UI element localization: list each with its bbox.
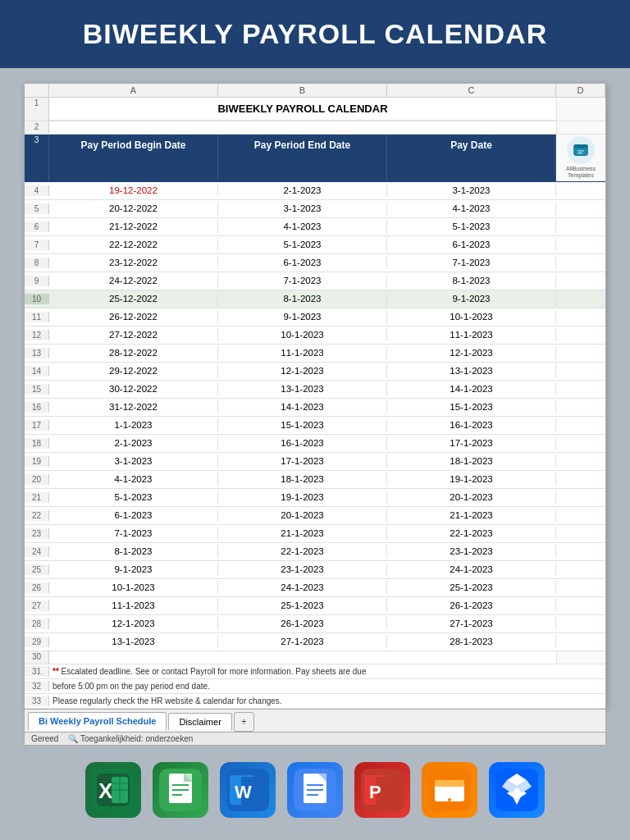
end-date-cell: 19-1-2023: [218, 491, 387, 504]
col-header-b: B: [218, 84, 387, 97]
slides-icon[interactable]: [422, 762, 477, 818]
end-date-cell: 23-1-2023: [218, 563, 387, 576]
end-date-cell: 13-1-2023: [218, 382, 387, 395]
pay-date-cell: 28-1-2023: [387, 635, 556, 648]
end-date-cell: 22-1-2023: [218, 545, 387, 558]
row-num: 10: [25, 294, 49, 304]
row-num: 18: [25, 438, 49, 449]
table-row: 29 13-1-2023 27-1-2023 28-1-2023: [25, 633, 605, 651]
pay-date-cell: 4-1-2023: [387, 202, 556, 215]
row-num: 8: [25, 258, 49, 268]
begin-date-cell: 6-1-2023: [49, 509, 218, 522]
docs-icon[interactable]: [287, 762, 343, 818]
begin-date-cell: 26-12-2022: [49, 310, 218, 323]
col-header-c: C: [387, 84, 556, 97]
table-row: 12 27-12-2022 10-1-2023 11-1-2023: [25, 326, 605, 345]
logo-area: AllBusinessTemplates: [556, 135, 605, 181]
row-3-num: 3: [25, 135, 49, 181]
table-row: 19 3-1-2023 17-1-2023 18-1-2023: [25, 453, 605, 471]
row-num: 7: [25, 240, 49, 250]
begin-date-cell: 8-1-2023: [49, 545, 218, 558]
begin-date-cell: 5-1-2023: [49, 491, 218, 504]
notes-rows: 31 ** Escalated deadline. See or contact…: [25, 664, 605, 709]
row-num: 11: [25, 312, 49, 322]
app-icons-row: X W: [85, 762, 545, 818]
end-date-cell: 15-1-2023: [218, 418, 387, 431]
end-date-cell: 27-1-2023: [218, 635, 387, 648]
table-row: 27 11-1-2023 25-1-2023 26-1-2023: [25, 597, 605, 615]
row-num: 21: [25, 492, 49, 503]
pay-date-cell: 12-1-2023: [387, 346, 556, 359]
powerpoint-icon[interactable]: P: [354, 762, 410, 818]
pay-date-cell: 15-1-2023: [387, 400, 556, 413]
spreadsheet-title: BIWEEKLY PAYROLL CALENDAR: [49, 98, 556, 121]
pay-date-cell: 7-1-2023: [387, 256, 556, 269]
status-bar: Gereed 🔍 Toegankelijkheid: onderzoeken: [24, 733, 606, 746]
end-date-cell: 8-1-2023: [218, 292, 387, 305]
end-date-cell: 9-1-2023: [218, 310, 387, 323]
data-rows: 4 19-12-2022 2-1-2023 3-1-2023 5 20-12-2…: [25, 182, 605, 651]
end-date-cell: 6-1-2023: [218, 256, 387, 269]
begin-date-cell: 27-12-2022: [49, 328, 218, 341]
status-accessibility: 🔍 Toegankelijkheid: onderzoeken: [68, 734, 193, 743]
end-date-cell: 25-1-2023: [218, 599, 387, 612]
table-row: 24 8-1-2023 22-1-2023 23-1-2023: [25, 543, 605, 561]
row-num: 24: [25, 546, 49, 557]
table-row: 26 10-1-2023 24-1-2023 25-1-2023: [25, 579, 605, 597]
pay-date-cell: 5-1-2023: [387, 220, 556, 233]
end-date-cell: 4-1-2023: [218, 220, 387, 233]
row-num: 9: [25, 276, 49, 286]
pay-date-cell: 10-1-2023: [387, 310, 556, 323]
row-num: 22: [25, 510, 49, 521]
row-num: 17: [25, 420, 49, 431]
table-row: 16 31-12-2022 14-1-2023 15-1-2023: [25, 399, 605, 417]
begin-date-cell: 3-1-2023: [49, 454, 218, 468]
table-row: 9 24-12-2022 7-1-2023 8-1-2023: [25, 272, 605, 290]
word-icon[interactable]: W: [220, 762, 276, 818]
row-num: 26: [25, 582, 49, 593]
pay-date-cell: 14-1-2023: [387, 382, 556, 395]
row-num: 12: [25, 330, 49, 340]
row-num: 23: [25, 528, 49, 539]
svg-text:P: P: [369, 782, 381, 802]
begin-date-cell: 25-12-2022: [49, 292, 218, 305]
row-num: 5: [25, 203, 49, 214]
tab-add-button[interactable]: +: [234, 712, 254, 732]
table-row: 7 22-12-2022 5-1-2023 6-1-2023: [25, 236, 605, 254]
end-date-cell: 16-1-2023: [218, 436, 387, 450]
pay-date-cell: 11-1-2023: [387, 328, 556, 341]
notes-row: 31 ** Escalated deadline. See or contact…: [25, 664, 605, 679]
table-row: 21 5-1-2023 19-1-2023 20-1-2023: [25, 489, 605, 507]
begin-date-cell: 31-12-2022: [49, 400, 218, 413]
svg-rect-34: [435, 780, 464, 787]
note-cell: Please regularly check the HR website & …: [49, 695, 605, 707]
row-2: 2: [25, 121, 605, 135]
dropbox-icon[interactable]: [489, 762, 545, 818]
pay-date-cell: 9-1-2023: [387, 292, 556, 305]
spreadsheet-container: A B C D 1 BIWEEKLY PAYROLL CALENDAR 2 3 …: [24, 83, 606, 710]
sheets-icon[interactable]: [153, 762, 208, 818]
end-date-cell: 7-1-2023: [218, 274, 387, 287]
title-row: 1 BIWEEKLY PAYROLL CALENDAR: [25, 98, 605, 121]
pay-date-cell: 3-1-2023: [387, 184, 556, 197]
row-num: 29: [25, 637, 49, 647]
begin-date-cell: 19-12-2022: [49, 184, 218, 197]
note-cell: before 5:00 pm on the pay period end dat…: [49, 680, 605, 692]
notes-row: 33 Please regularly check the HR website…: [25, 694, 605, 709]
pay-date-cell: 19-1-2023: [387, 472, 556, 486]
excel-icon[interactable]: X: [85, 762, 141, 818]
row-num: 16: [25, 402, 49, 413]
col-header-a: A: [49, 84, 218, 97]
table-row: 14 29-12-2022 12-1-2023 13-1-2023: [25, 363, 605, 381]
tab-disclaimer[interactable]: Disclaimer: [168, 713, 231, 730]
pay-date-cell: 26-1-2023: [387, 599, 556, 612]
pay-date-cell: 27-1-2023: [387, 617, 556, 630]
table-row: 25 9-1-2023 23-1-2023 24-1-2023: [25, 561, 605, 579]
pay-date-cell: 20-1-2023: [387, 491, 556, 504]
row-2-num: 2: [25, 121, 49, 134]
top-header: BIWEEKLY PAYROLL CALENDAR: [0, 0, 630, 68]
tab-biweekly[interactable]: Bi Weekly Payroll Schedule: [28, 712, 167, 731]
table-row: 6 21-12-2022 4-1-2023 5-1-2023: [25, 218, 605, 236]
end-date-cell: 10-1-2023: [218, 328, 387, 341]
begin-date-cell: 21-12-2022: [49, 220, 218, 233]
